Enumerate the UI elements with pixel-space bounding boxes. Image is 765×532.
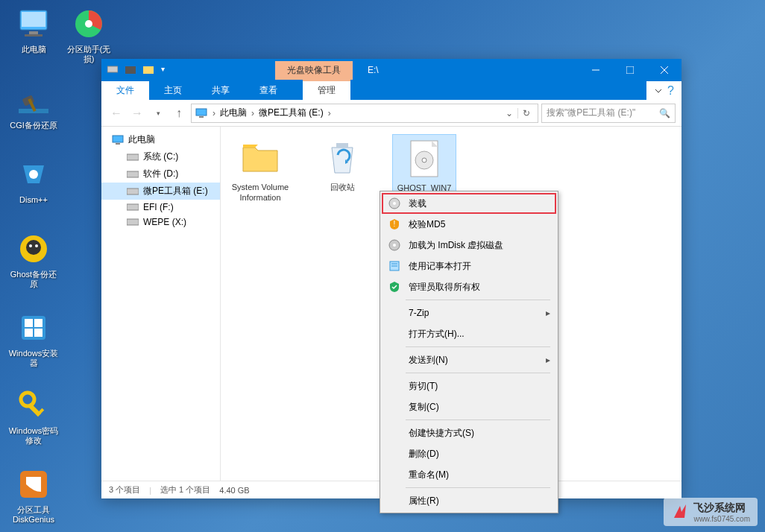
menu-cut[interactable]: 剪切(T) — [382, 376, 556, 396]
ghost-icon — [16, 231, 51, 267]
menu-openwith[interactable]: 打开方式(H)... — [382, 323, 556, 344]
folder-small-icon — [125, 65, 136, 75]
svg-rect-36 — [127, 189, 139, 194]
status-divider: | — [149, 486, 151, 495]
desktop-label: 此电脑 — [7, 45, 60, 54]
menu-admin[interactable]: 管理员取得所有权 — [382, 276, 556, 297]
menu-separator — [406, 373, 550, 373]
iso-icon — [403, 138, 445, 180]
maximize-button[interactable] — [613, 59, 647, 81]
nav-label: WEPE (X:) — [143, 217, 186, 227]
pc-icon — [16, 6, 51, 42]
tab-file[interactable]: 文件 — [101, 81, 149, 100]
svg-rect-17 — [25, 329, 33, 337]
desktop-icon-cgi[interactable]: CGI备份还原 — [7, 82, 60, 130]
search-icon: 🔍 — [659, 108, 670, 118]
breadcrumb-root[interactable]: 此电脑 — [217, 107, 250, 119]
nav-forward[interactable]: → — [128, 104, 146, 122]
nav-up[interactable]: ↑ — [170, 104, 188, 122]
desktop-label: Windows密码修改 — [7, 426, 60, 446]
nav-drive-d[interactable]: 软件 (D:) — [101, 165, 220, 183]
svg-rect-30 — [196, 109, 207, 115]
svg-rect-37 — [127, 204, 139, 210]
menu-imdisk[interactable]: 加载为 ImDisk 虚拟磁盘 — [382, 235, 556, 256]
svg-rect-32 — [113, 136, 123, 142]
menu-md5[interactable]: ! 校验MD5 — [382, 214, 556, 235]
nav-recent[interactable]: ▾ — [149, 104, 167, 122]
svg-rect-15 — [25, 319, 33, 327]
quick-access-toolbar: ▾ — [101, 65, 171, 75]
close-button[interactable] — [647, 59, 681, 81]
desktop-icon-ghost[interactable]: Ghost备份还原 — [7, 231, 60, 289]
svg-rect-16 — [34, 319, 42, 327]
desktop-icon-password[interactable]: Windows密码修改 — [7, 387, 60, 446]
ribbon-expand[interactable]: ? — [646, 81, 681, 100]
desktop-icon-thispc[interactable]: 此电脑 — [7, 6, 60, 54]
menu-7zip[interactable]: 7-Zip ▸ — [382, 303, 556, 323]
svg-rect-18 — [34, 329, 42, 337]
menu-text: 属性(R) — [409, 495, 550, 507]
nav-drive-f[interactable]: EFI (F:) — [101, 200, 220, 215]
svg-rect-2 — [29, 31, 38, 34]
drive-icon — [127, 188, 139, 195]
menu-text: 发送到(N) — [409, 354, 538, 367]
tab-manage[interactable]: 管理 — [303, 80, 350, 100]
shield-check-icon — [388, 280, 401, 294]
menu-delete[interactable]: 删除(D) — [382, 443, 556, 464]
tab-view[interactable]: 查看 — [245, 81, 292, 100]
menu-sendto[interactable]: 发送到(N) ▸ — [382, 349, 556, 370]
desktop-icon-partition[interactable]: 分区助手(无损) — [63, 6, 115, 64]
drive-icon — [127, 153, 139, 161]
nav-thispc[interactable]: 此电脑 — [101, 131, 220, 148]
tab-share[interactable]: 共享 — [197, 81, 245, 100]
address-input[interactable]: › 此电脑 › 微PE工具箱 (E:) › ⌄ ↻ — [191, 104, 538, 123]
menu-separator — [406, 487, 550, 488]
desktop-label: 分区工具DiskGenius — [7, 505, 60, 525]
nav-drive-e[interactable]: 微PE工具箱 (E:) — [101, 183, 220, 200]
desktop-label: Dism++ — [7, 195, 60, 205]
file-recyclebin[interactable]: 回收站 — [310, 134, 374, 195]
svg-rect-3 — [25, 34, 42, 37]
menu-rename[interactable]: 重命名(M) — [382, 464, 556, 485]
search-input[interactable]: 搜索"微PE工具箱 (E:)" 🔍 — [541, 104, 676, 123]
menu-separator — [406, 346, 550, 347]
drive-icon — [127, 203, 139, 211]
disc-icon — [388, 197, 401, 210]
menu-shortcut[interactable]: 创建快捷方式(S) — [382, 422, 556, 443]
context-menu: 装载 ! 校验MD5 加载为 ImDisk 虚拟磁盘 使用记事本打开 管理员取得… — [380, 191, 558, 513]
addr-dropdown[interactable]: ⌄ — [501, 108, 517, 118]
nav-back[interactable]: ← — [107, 104, 125, 122]
svg-point-9 — [29, 170, 38, 179]
svg-point-44 — [393, 202, 396, 205]
desktop-icon-diskgenius[interactable]: 分区工具DiskGenius — [7, 466, 60, 525]
addr-refresh[interactable]: ↻ — [517, 108, 535, 118]
svg-rect-27 — [626, 66, 634, 74]
svg-point-47 — [393, 244, 396, 247]
partition-icon — [71, 6, 107, 42]
nav-label: 微PE工具箱 (E:) — [143, 185, 208, 197]
qat-divider: ▾ — [161, 65, 165, 75]
file-label: 回收站 — [313, 182, 371, 192]
ribbon-tabs: 文件 主页 共享 查看 管理 ? — [101, 81, 681, 100]
title-bar[interactable]: ▾ 光盘映像工具 E:\ — [101, 59, 681, 81]
nav-drive-c[interactable]: 系统 (C:) — [101, 148, 220, 165]
status-selected: 选中 1 个项目 — [160, 484, 210, 495]
svg-rect-33 — [116, 143, 120, 145]
menu-notepad[interactable]: 使用记事本打开 — [382, 256, 556, 276]
nav-drive-x[interactable]: WEPE (X:) — [101, 215, 220, 229]
menu-text: 使用记事本打开 — [409, 260, 550, 273]
nav-label: 系统 (C:) — [143, 151, 178, 163]
menu-mount[interactable]: 装载 — [382, 193, 556, 214]
breadcrumb-folder[interactable]: 微PE工具箱 (E:) — [256, 107, 327, 119]
desktop-icon-wininstall[interactable]: Windows安装器 — [7, 310, 60, 368]
file-folder-svi[interactable]: System Volume Information — [228, 134, 292, 206]
menu-copy[interactable]: 复制(C) — [382, 396, 556, 417]
nav-label: 此电脑 — [128, 133, 155, 146]
menu-text: 装载 — [409, 197, 550, 210]
menu-properties[interactable]: 属性(R) — [382, 490, 556, 511]
shield-warn-icon: ! — [388, 218, 401, 231]
svg-rect-24 — [125, 66, 136, 74]
desktop-icon-dism[interactable]: Dism++ — [7, 156, 60, 205]
tab-home[interactable]: 主页 — [149, 81, 197, 100]
minimize-button[interactable] — [579, 59, 613, 81]
